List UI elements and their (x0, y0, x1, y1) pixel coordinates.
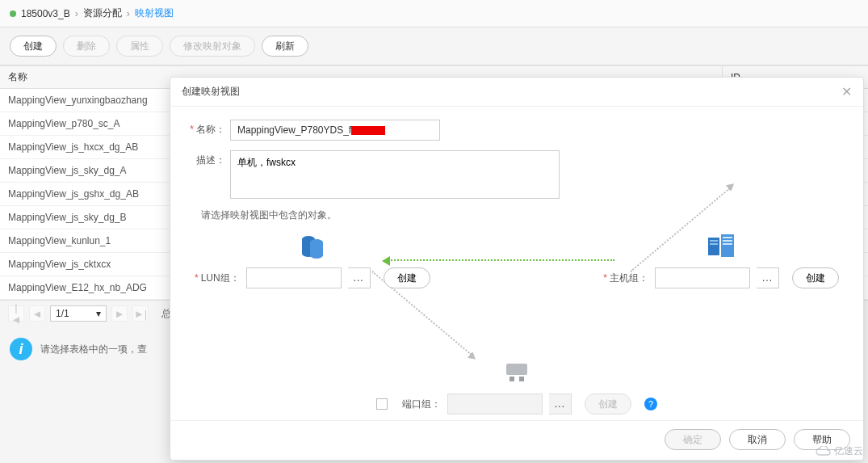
info-text: 请选择表格中的一项，查 (40, 343, 147, 356)
port-group-create-button: 创建 (585, 394, 631, 415)
redacted-text (351, 126, 385, 135)
desc-textarea[interactable] (230, 150, 560, 199)
pager-page-value: 1/1 (56, 308, 69, 319)
name-input[interactable]: MappingView_P780YDS_f (230, 120, 440, 141)
lun-group-label: LUN组： (195, 271, 240, 285)
port-group-enable-checkbox[interactable] (376, 398, 388, 410)
crumb-root[interactable]: 18500v3_B (21, 8, 70, 19)
svg-rect-8 (710, 243, 718, 245)
port-group-icon (502, 358, 531, 387)
refresh-button[interactable]: 刷新 (262, 36, 308, 57)
port-group-section: 端口组： ... 创建 ? (376, 358, 657, 415)
host-group-browse-button[interactable]: ... (757, 267, 779, 288)
pager-next-button: ► (111, 305, 128, 322)
host-group-label: 主机组： (603, 271, 648, 285)
chevron-down-icon: ▾ (96, 308, 101, 319)
desc-label: 描述： (187, 150, 230, 167)
lun-group-input[interactable] (246, 267, 342, 288)
close-icon[interactable]: ✕ (841, 84, 852, 99)
lun-group-create-button[interactable]: 创建 (384, 267, 430, 288)
create-button[interactable]: 创建 (10, 36, 57, 57)
pager-last-button: ►| (132, 305, 149, 322)
ok-button: 确定 (665, 429, 721, 450)
svg-point-5 (310, 252, 323, 259)
crumb-resource[interactable]: 资源分配 (83, 6, 122, 20)
lun-group-browse-button[interactable]: ... (348, 267, 371, 288)
create-mapping-view-dialog: 创建映射视图 ✕ 名称： MappingView_P780YDS_f 描述： 请… (170, 77, 864, 461)
svg-rect-14 (509, 377, 514, 381)
help-button[interactable]: 帮助 (794, 429, 850, 450)
svg-rect-15 (519, 377, 524, 381)
crumb-mapping-view[interactable]: 映射视图 (135, 6, 174, 20)
svg-rect-12 (723, 243, 732, 245)
status-dot-icon (10, 11, 16, 17)
dialog-title: 创建映射视图 (182, 85, 240, 99)
dialog-header: 创建映射视图 ✕ (170, 78, 863, 107)
chevron-right-icon: › (75, 8, 78, 19)
cancel-button[interactable]: 取消 (729, 429, 786, 450)
host-group-section: 主机组： ... 创建 (603, 232, 839, 288)
port-group-browse-button: ... (549, 394, 572, 415)
pager-page-select[interactable]: 1/1 ▾ (50, 305, 107, 322)
port-group-label: 端口组： (402, 398, 441, 411)
modify-mapping-button: 修改映射对象 (170, 36, 255, 57)
name-label: 名称： (187, 120, 230, 137)
svg-rect-7 (710, 240, 718, 242)
chevron-right-icon: › (127, 8, 130, 19)
host-group-input[interactable] (655, 267, 750, 288)
lun-group-section: LUN组： ... 创建 (195, 232, 430, 288)
svg-rect-11 (723, 240, 732, 242)
help-icon[interactable]: ? (644, 398, 657, 410)
properties-button: 属性 (116, 36, 163, 57)
toolbar: 创建 删除 属性 修改映射对象 刷新 (0, 27, 868, 65)
port-group-input (447, 394, 543, 415)
pager-prev-button: ◄ (29, 305, 45, 322)
lun-group-icon (298, 232, 327, 261)
pager-first-button: |◄ (8, 305, 24, 322)
svg-rect-13 (506, 364, 527, 375)
info-icon: i (10, 338, 32, 360)
dialog-footer: 确定 取消 帮助 (170, 420, 863, 460)
host-group-icon (707, 232, 736, 261)
object-select-hint: 请选择映射视图中包含的对象。 (201, 208, 847, 222)
name-input-value: MappingView_P780YDS_f (237, 124, 351, 136)
host-group-create-button[interactable]: 创建 (792, 267, 839, 288)
svg-rect-10 (723, 237, 732, 238)
delete-button: 删除 (63, 36, 110, 57)
breadcrumb: 18500v3_B › 资源分配 › 映射视图 (0, 0, 868, 27)
